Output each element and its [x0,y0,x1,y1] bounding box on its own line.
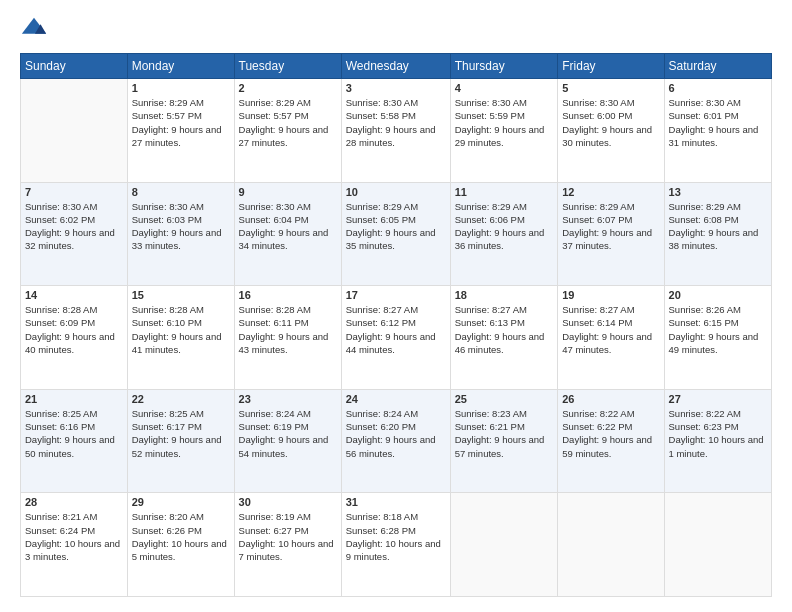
day-number: 20 [669,289,767,301]
day-info: Sunrise: 8:27 AMSunset: 6:12 PMDaylight:… [346,303,446,356]
day-cell: 10Sunrise: 8:29 AMSunset: 6:05 PMDayligh… [341,182,450,286]
day-number: 26 [562,393,659,405]
calendar: SundayMondayTuesdayWednesdayThursdayFrid… [20,53,772,597]
day-cell: 18Sunrise: 8:27 AMSunset: 6:13 PMDayligh… [450,286,558,390]
header-cell-saturday: Saturday [664,54,771,79]
header-cell-sunday: Sunday [21,54,128,79]
header-row: SundayMondayTuesdayWednesdayThursdayFrid… [21,54,772,79]
day-cell: 6Sunrise: 8:30 AMSunset: 6:01 PMDaylight… [664,79,771,183]
week-row: 21Sunrise: 8:25 AMSunset: 6:16 PMDayligh… [21,389,772,493]
header-cell-friday: Friday [558,54,664,79]
day-cell: 4Sunrise: 8:30 AMSunset: 5:59 PMDaylight… [450,79,558,183]
day-number: 2 [239,82,337,94]
day-info: Sunrise: 8:30 AMSunset: 6:03 PMDaylight:… [132,200,230,253]
week-row: 7Sunrise: 8:30 AMSunset: 6:02 PMDaylight… [21,182,772,286]
day-info: Sunrise: 8:29 AMSunset: 6:06 PMDaylight:… [455,200,554,253]
day-cell: 15Sunrise: 8:28 AMSunset: 6:10 PMDayligh… [127,286,234,390]
day-cell: 13Sunrise: 8:29 AMSunset: 6:08 PMDayligh… [664,182,771,286]
day-cell: 20Sunrise: 8:26 AMSunset: 6:15 PMDayligh… [664,286,771,390]
day-number: 31 [346,496,446,508]
day-cell: 21Sunrise: 8:25 AMSunset: 6:16 PMDayligh… [21,389,128,493]
day-number: 8 [132,186,230,198]
day-number: 11 [455,186,554,198]
day-cell: 30Sunrise: 8:19 AMSunset: 6:27 PMDayligh… [234,493,341,597]
day-number: 27 [669,393,767,405]
page: SundayMondayTuesdayWednesdayThursdayFrid… [0,0,792,612]
day-info: Sunrise: 8:28 AMSunset: 6:11 PMDaylight:… [239,303,337,356]
day-cell: 22Sunrise: 8:25 AMSunset: 6:17 PMDayligh… [127,389,234,493]
day-cell: 11Sunrise: 8:29 AMSunset: 6:06 PMDayligh… [450,182,558,286]
day-info: Sunrise: 8:27 AMSunset: 6:13 PMDaylight:… [455,303,554,356]
day-info: Sunrise: 8:24 AMSunset: 6:20 PMDaylight:… [346,407,446,460]
day-number: 24 [346,393,446,405]
day-number: 16 [239,289,337,301]
day-info: Sunrise: 8:20 AMSunset: 6:26 PMDaylight:… [132,510,230,563]
day-cell: 12Sunrise: 8:29 AMSunset: 6:07 PMDayligh… [558,182,664,286]
day-info: Sunrise: 8:22 AMSunset: 6:22 PMDaylight:… [562,407,659,460]
day-info: Sunrise: 8:24 AMSunset: 6:19 PMDaylight:… [239,407,337,460]
logo [20,15,52,43]
day-number: 17 [346,289,446,301]
day-cell [450,493,558,597]
day-cell: 14Sunrise: 8:28 AMSunset: 6:09 PMDayligh… [21,286,128,390]
week-row: 14Sunrise: 8:28 AMSunset: 6:09 PMDayligh… [21,286,772,390]
day-number: 25 [455,393,554,405]
day-info: Sunrise: 8:29 AMSunset: 5:57 PMDaylight:… [239,96,337,149]
day-number: 23 [239,393,337,405]
day-number: 21 [25,393,123,405]
day-number: 18 [455,289,554,301]
day-info: Sunrise: 8:19 AMSunset: 6:27 PMDaylight:… [239,510,337,563]
day-cell: 31Sunrise: 8:18 AMSunset: 6:28 PMDayligh… [341,493,450,597]
day-number: 30 [239,496,337,508]
header-cell-wednesday: Wednesday [341,54,450,79]
day-number: 4 [455,82,554,94]
day-info: Sunrise: 8:25 AMSunset: 6:17 PMDaylight:… [132,407,230,460]
logo-icon [20,15,48,43]
week-row: 28Sunrise: 8:21 AMSunset: 6:24 PMDayligh… [21,493,772,597]
header-cell-monday: Monday [127,54,234,79]
day-number: 29 [132,496,230,508]
day-number: 28 [25,496,123,508]
day-info: Sunrise: 8:25 AMSunset: 6:16 PMDaylight:… [25,407,123,460]
header-cell-thursday: Thursday [450,54,558,79]
day-number: 15 [132,289,230,301]
day-info: Sunrise: 8:23 AMSunset: 6:21 PMDaylight:… [455,407,554,460]
day-number: 13 [669,186,767,198]
day-info: Sunrise: 8:27 AMSunset: 6:14 PMDaylight:… [562,303,659,356]
day-info: Sunrise: 8:30 AMSunset: 5:59 PMDaylight:… [455,96,554,149]
day-info: Sunrise: 8:29 AMSunset: 6:05 PMDaylight:… [346,200,446,253]
day-number: 5 [562,82,659,94]
day-info: Sunrise: 8:30 AMSunset: 5:58 PMDaylight:… [346,96,446,149]
day-cell: 8Sunrise: 8:30 AMSunset: 6:03 PMDaylight… [127,182,234,286]
day-cell: 7Sunrise: 8:30 AMSunset: 6:02 PMDaylight… [21,182,128,286]
day-info: Sunrise: 8:29 AMSunset: 6:08 PMDaylight:… [669,200,767,253]
day-cell: 1Sunrise: 8:29 AMSunset: 5:57 PMDaylight… [127,79,234,183]
day-cell: 2Sunrise: 8:29 AMSunset: 5:57 PMDaylight… [234,79,341,183]
day-number: 12 [562,186,659,198]
day-cell: 9Sunrise: 8:30 AMSunset: 6:04 PMDaylight… [234,182,341,286]
day-info: Sunrise: 8:29 AMSunset: 6:07 PMDaylight:… [562,200,659,253]
day-number: 14 [25,289,123,301]
day-info: Sunrise: 8:22 AMSunset: 6:23 PMDaylight:… [669,407,767,460]
day-number: 6 [669,82,767,94]
day-info: Sunrise: 8:18 AMSunset: 6:28 PMDaylight:… [346,510,446,563]
day-cell: 29Sunrise: 8:20 AMSunset: 6:26 PMDayligh… [127,493,234,597]
calendar-header: SundayMondayTuesdayWednesdayThursdayFrid… [21,54,772,79]
day-cell: 23Sunrise: 8:24 AMSunset: 6:19 PMDayligh… [234,389,341,493]
day-cell: 3Sunrise: 8:30 AMSunset: 5:58 PMDaylight… [341,79,450,183]
day-number: 3 [346,82,446,94]
day-number: 1 [132,82,230,94]
header-cell-tuesday: Tuesday [234,54,341,79]
day-info: Sunrise: 8:30 AMSunset: 6:04 PMDaylight:… [239,200,337,253]
day-info: Sunrise: 8:28 AMSunset: 6:09 PMDaylight:… [25,303,123,356]
day-number: 19 [562,289,659,301]
day-number: 10 [346,186,446,198]
day-info: Sunrise: 8:30 AMSunset: 6:02 PMDaylight:… [25,200,123,253]
header [20,15,772,43]
day-info: Sunrise: 8:21 AMSunset: 6:24 PMDaylight:… [25,510,123,563]
day-cell: 5Sunrise: 8:30 AMSunset: 6:00 PMDaylight… [558,79,664,183]
day-cell: 27Sunrise: 8:22 AMSunset: 6:23 PMDayligh… [664,389,771,493]
day-cell [21,79,128,183]
day-info: Sunrise: 8:29 AMSunset: 5:57 PMDaylight:… [132,96,230,149]
day-cell: 26Sunrise: 8:22 AMSunset: 6:22 PMDayligh… [558,389,664,493]
